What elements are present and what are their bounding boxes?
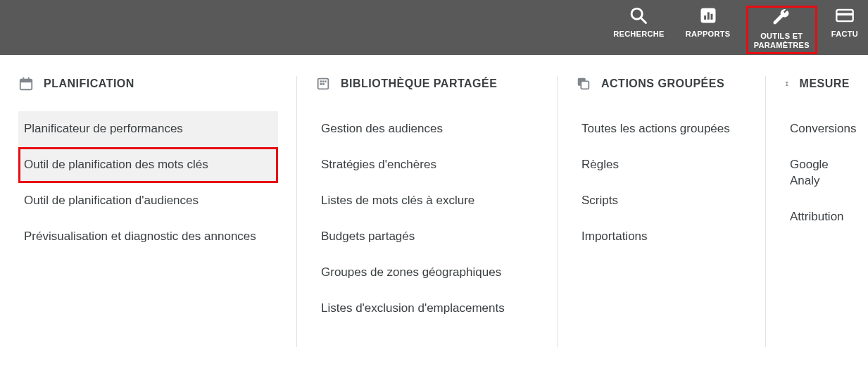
svg-rect-17 [322,83,325,85]
column-shared-library: BIBLIOTHÈQUE PARTAGÉE Gestion des audien… [297,76,558,347]
menu-imports[interactable]: Importations [576,219,747,255]
topbar-label: RAPPORTS [686,30,731,39]
topbar-search[interactable]: RECHERCHE [608,6,669,42]
menu-all-bulk-actions[interactable]: Toutes les actions groupées [576,111,747,147]
menu-placement-exclusion-lists[interactable]: Listes d'exclusion d'emplacements [315,291,539,327]
svg-rect-4 [707,12,709,20]
section-title: BIBLIOTHÈQUE PARTAGÉE [341,77,497,90]
column-bulk-actions: ACTIONS GROUPÉES Toutes les actions grou… [558,76,766,347]
svg-rect-11 [28,77,30,80]
section-title: MESURE [800,77,850,90]
topbar-label: FACTU [831,30,858,39]
svg-rect-7 [836,13,853,16]
svg-rect-14 [322,80,325,82]
svg-rect-15 [325,80,327,82]
topbar-tools-settings[interactable]: OUTILS ET PARAMÈTRES [746,6,817,54]
topbar-billing[interactable]: FACTU [826,6,864,42]
menu-shared-budgets[interactable]: Budgets partagés [315,219,539,255]
menu-google-analytics[interactable]: Google Analy [784,147,850,199]
svg-rect-5 [710,14,712,20]
section-title: ACTIONS GROUPÉES [601,77,724,90]
menu-performance-planner[interactable]: Planificateur de performances [18,111,278,147]
menu-attribution[interactable]: Attribution [784,199,850,235]
column-planning: PLANIFICATION Planificateur de performan… [0,76,297,347]
topbar-reports[interactable]: RAPPORTS [679,6,738,42]
menu-location-groups[interactable]: Groupes de zones géographiques [315,255,539,291]
svg-rect-3 [704,15,706,20]
svg-rect-13 [320,80,322,82]
wrench-icon [772,8,791,27]
topbar-label: OUTILS ET PARAMÈTRES [754,32,810,49]
section-title: PLANIFICATION [44,77,134,90]
svg-rect-9 [20,80,32,83]
section-header-planning: PLANIFICATION [18,76,278,92]
menu-ad-preview-diagnosis[interactable]: Prévisualisation et diagnostic des annon… [18,219,278,255]
topbar-label: RECHERCHE [613,30,664,39]
search-icon [629,6,648,25]
column-measure: MESURE Conversions Google Analy Attribut… [766,76,868,347]
section-header-measure: MESURE [784,76,850,92]
svg-rect-10 [23,77,24,80]
calendar-icon [18,76,34,92]
svg-line-1 [641,18,646,23]
stack-icon [576,76,591,92]
svg-rect-19 [581,81,589,89]
card-icon [835,6,855,25]
hourglass-icon [784,76,790,92]
menu-negative-keyword-lists[interactable]: Listes de mots clés à exclure [315,183,539,219]
library-icon [315,76,331,92]
menu-scripts[interactable]: Scripts [576,183,747,219]
menu-bidding-strategies[interactable]: Stratégies d'enchères [315,147,539,183]
menu-rules[interactable]: Règles [576,147,747,183]
section-header-shared: BIBLIOTHÈQUE PARTAGÉE [315,76,539,92]
menu-conversions[interactable]: Conversions [784,111,850,147]
reports-icon [698,6,718,25]
section-header-bulk: ACTIONS GROUPÉES [576,76,747,92]
svg-rect-16 [320,83,322,85]
topbar: RECHERCHE RAPPORTS OUTILS ET PARAMÈTRES … [0,0,868,55]
menu-audience-planner[interactable]: Outil de planification d'audiences [18,183,278,219]
menu-audience-manager[interactable]: Gestion des audiences [315,111,539,147]
menu-keyword-planner[interactable]: Outil de planification des mots clés [18,147,278,183]
tools-dropdown: PLANIFICATION Planificateur de performan… [0,55,868,375]
